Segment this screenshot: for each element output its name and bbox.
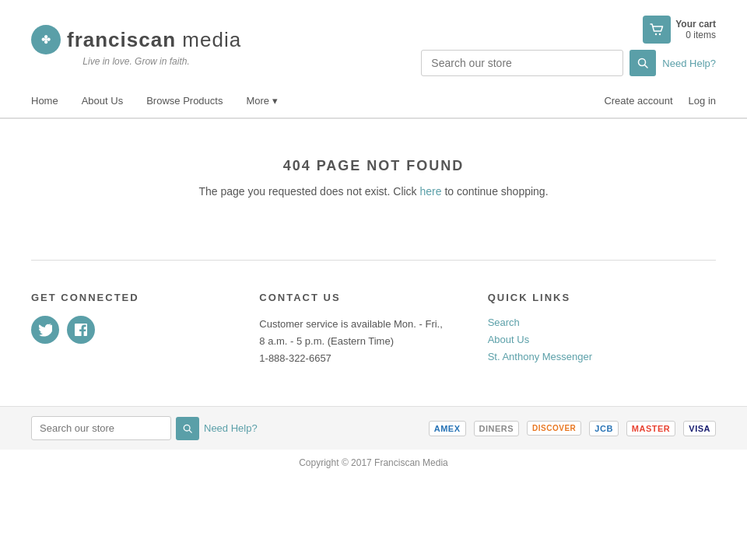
nav-item-more[interactable]: More ▾ bbox=[246, 84, 277, 117]
header-search-row: Need Help? bbox=[421, 50, 716, 76]
facebook-icon[interactable] bbox=[67, 316, 95, 344]
search-button[interactable] bbox=[630, 50, 656, 76]
footer-col-contact: CONTACT US Customer service is available… bbox=[259, 292, 487, 367]
logo-tagline: Live in love. Grow in faith. bbox=[31, 56, 241, 67]
payment-visa: VISA bbox=[683, 421, 716, 436]
svg-text:✤: ✤ bbox=[41, 34, 51, 46]
footer-search-row: Need Help? bbox=[31, 416, 258, 440]
error-text-before: The page you requested does not exist. C… bbox=[198, 185, 419, 198]
ql-search-link[interactable]: Search bbox=[488, 317, 520, 328]
twitter-icon[interactable] bbox=[31, 316, 59, 344]
svg-line-5 bbox=[645, 65, 648, 68]
footer-quicklinks-title: QUICK LINKS bbox=[488, 292, 716, 303]
cart-items-count: 0 items bbox=[686, 30, 716, 40]
list-item: About Us bbox=[488, 333, 716, 345]
footer-search-button[interactable] bbox=[176, 417, 199, 440]
logo-media: media bbox=[176, 28, 241, 51]
list-item: St. Anthony Messenger bbox=[488, 350, 716, 362]
nav-bar: Home About Us Browse Products More ▾ Cre… bbox=[0, 84, 747, 118]
payment-amex: AMEX bbox=[429, 421, 466, 436]
nav-item-browse[interactable]: Browse Products bbox=[146, 84, 223, 117]
logo-area[interactable]: ✤ franciscan media Live in love. Grow in… bbox=[31, 25, 241, 67]
svg-point-2 bbox=[655, 33, 657, 35]
logo-main: ✤ franciscan media bbox=[31, 25, 241, 54]
logo-franciscan: franciscan bbox=[67, 28, 176, 51]
copyright: Copyright © 2017 Franciscan Media bbox=[0, 450, 747, 484]
nav-left: Home About Us Browse Products More ▾ bbox=[31, 84, 278, 117]
header-right: Your cart 0 items Need Help? bbox=[421, 16, 716, 76]
need-help-link[interactable]: Need Help? bbox=[662, 58, 716, 69]
ql-st-anthony-link[interactable]: St. Anthony Messenger bbox=[488, 351, 592, 362]
cart-text: Your cart 0 items bbox=[675, 19, 716, 40]
payment-master: MASTER bbox=[626, 421, 675, 436]
logo-text: franciscan media bbox=[67, 28, 241, 52]
footer-need-help-link[interactable]: Need Help? bbox=[204, 422, 258, 434]
error-title: 404 PAGE NOT FOUND bbox=[31, 158, 716, 174]
svg-point-3 bbox=[659, 33, 661, 35]
nav-right: Create account Log in bbox=[604, 84, 716, 117]
header: ✤ franciscan media Live in love. Grow in… bbox=[0, 0, 747, 84]
search-input[interactable] bbox=[421, 50, 623, 76]
footer-search-input[interactable] bbox=[31, 416, 171, 440]
main-content: 404 PAGE NOT FOUND The page you requeste… bbox=[0, 119, 747, 229]
payment-jcb: JCB bbox=[589, 421, 619, 436]
nav-item-about[interactable]: About Us bbox=[82, 84, 123, 117]
error-message: The page you requested does not exist. C… bbox=[31, 185, 716, 198]
footer-contact-title: CONTACT US bbox=[259, 292, 487, 303]
error-here-link[interactable]: here bbox=[420, 185, 442, 198]
ql-about-link[interactable]: About Us bbox=[488, 334, 529, 345]
footer-col-quicklinks: QUICK LINKS Search About Us St. Anthony … bbox=[488, 292, 716, 367]
svg-line-7 bbox=[189, 430, 191, 432]
nav-item-login[interactable]: Log in bbox=[689, 84, 716, 117]
nav-item-create-account[interactable]: Create account bbox=[604, 84, 672, 117]
payment-discover: DISCOVER bbox=[527, 421, 581, 436]
contact-line2: 8 a.m. - 5 p.m. (Eastern Time) bbox=[259, 335, 394, 347]
contact-phone: 1-888-322-6657 bbox=[259, 352, 331, 364]
error-text-after: to continue shopping. bbox=[442, 185, 549, 198]
payment-icons: AMEX DINERS DISCOVER JCB MASTER VISA bbox=[429, 421, 716, 436]
social-icons bbox=[31, 316, 259, 344]
footer-col-connect: GET CONNECTED bbox=[31, 292, 259, 367]
nav-item-home[interactable]: Home bbox=[31, 84, 58, 117]
footer-contact-text: Customer service is available Mon. - Fri… bbox=[259, 316, 487, 367]
list-item: Search bbox=[488, 316, 716, 328]
cart-area[interactable]: Your cart 0 items bbox=[643, 16, 716, 44]
logo-icon: ✤ bbox=[31, 25, 61, 54]
footer: GET CONNECTED CONTACT US bbox=[0, 261, 747, 383]
contact-line1: Customer service is available Mon. - Fri… bbox=[259, 318, 443, 330]
footer-connect-title: GET CONNECTED bbox=[31, 292, 259, 303]
quick-links-list: Search About Us St. Anthony Messenger bbox=[488, 316, 716, 362]
payment-diners: DINERS bbox=[474, 421, 520, 436]
cart-icon[interactable] bbox=[643, 16, 671, 44]
cart-label: Your cart bbox=[675, 19, 716, 30]
footer-columns: GET CONNECTED CONTACT US bbox=[31, 292, 716, 367]
footer-bottom-bar: Need Help? AMEX DINERS DISCOVER JCB MAST… bbox=[0, 406, 747, 450]
